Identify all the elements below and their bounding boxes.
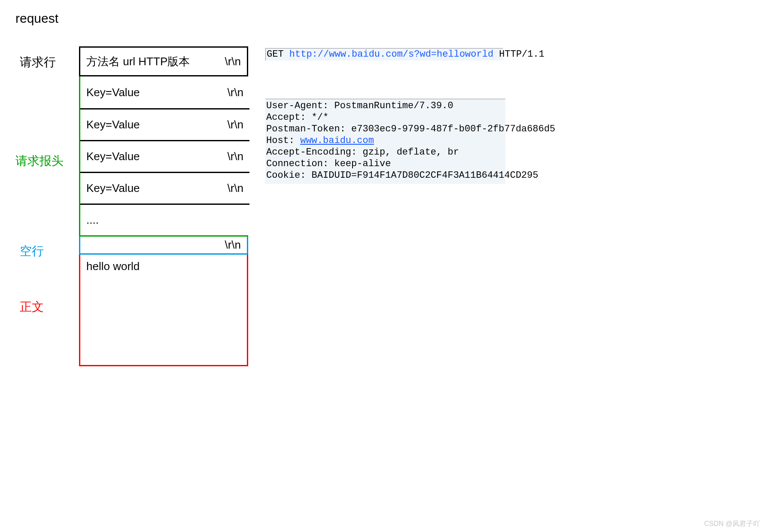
label-request-line: 请求行 [20,54,56,70]
crlf-marker: \r\n [227,182,243,195]
body-text: hello world [86,260,241,273]
diagram-body: hello world [79,255,248,366]
label-body: 正文 [20,299,44,315]
header-kv: .... [86,213,243,227]
crlf-marker: \r\n [227,86,243,99]
crlf-marker: \r\n [225,55,241,68]
request-line-text: 方法名 url HTTP版本 [86,54,225,69]
header-kv: Key=Value [86,150,227,163]
header-kv: Key=Value [86,118,227,131]
diagram-request-line: 方法名 url HTTP版本 \r\n [79,46,248,76]
raw-headers-block: User-Agent: PostmanRuntime/7.39.0 Accept… [265,99,505,184]
page-title: request [15,11,58,26]
header-kv: Key=Value [86,86,227,99]
diagram-header-row: Key=Value \r\n [80,140,249,172]
http-structure-diagram: 方法名 url HTTP版本 \r\n Key=Value \r\n Key=V… [79,46,248,366]
header-kv: Key=Value [86,182,227,195]
diagram-empty-line: \r\n [79,237,248,255]
raw-request-line: GET http://www.baidu.com/s?wd=helloworld… [265,48,503,61]
diagram-header-ellipsis: .... [80,204,249,235]
watermark: CSDN @风君子吖 [704,520,760,529]
crlf-marker: \r\n [225,238,241,252]
raw-method: GET [267,49,284,60]
diagram-headers-group: Key=Value \r\n Key=Value \r\n Key=Value … [79,76,248,237]
diagram-header-row: Key=Value \r\n [80,76,249,108]
diagram-header-row: Key=Value \r\n [80,108,249,140]
diagram-header-row: Key=Value \r\n [80,172,249,204]
raw-url: http://www.baidu.com/s?wd=helloworld [289,49,493,60]
label-empty-line: 空行 [20,243,44,259]
raw-http-version: HTTP/1.1 [499,49,544,60]
crlf-marker: \r\n [227,150,243,163]
raw-space [493,49,499,60]
raw-host-link[interactable]: www.baidu.com [300,135,374,146]
label-headers: 请求报头 [15,153,64,169]
crlf-marker: \r\n [227,118,243,131]
raw-space [284,49,289,60]
